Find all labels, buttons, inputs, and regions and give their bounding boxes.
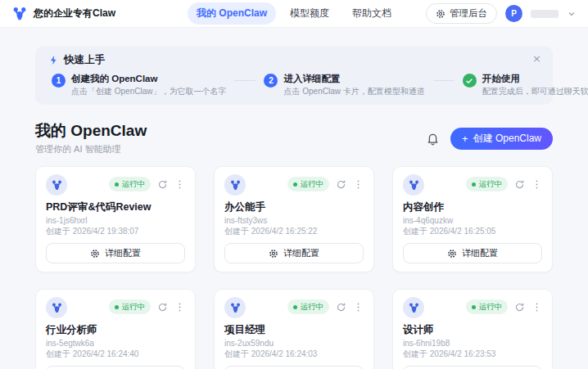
chevron-down-icon[interactable] [567, 9, 577, 19]
refresh-icon[interactable] [157, 179, 168, 190]
card-title: PRD评审&代码Review [46, 201, 185, 214]
avatar[interactable]: P [505, 5, 522, 22]
card-created-at: 创建于 2026/4/2 16:24:03 [224, 349, 364, 358]
lightning-icon [48, 55, 59, 65]
openclaw-card[interactable]: 运行中 行业分析师 ins-5egtwk6a 创建于 2026/4/2 16:2… [35, 289, 196, 369]
openclaw-card[interactable]: 运行中 内容创作 ins-4q6quzkw 创建于 2026/4/2 16:25… [392, 166, 553, 272]
gear-icon [447, 249, 457, 259]
more-menu-icon[interactable] [353, 302, 364, 313]
step-3-title: 开始使用 [482, 73, 588, 84]
card-title: 内容创作 [403, 201, 542, 214]
nav-item-model-quota[interactable]: 模型额度 [281, 2, 338, 25]
brand-name: 您的企业专有Claw [34, 7, 115, 20]
nav-item-my-openclaw[interactable]: 我的 OpenClaw [188, 2, 276, 25]
step-3-check-icon [463, 74, 477, 88]
status-dot [115, 182, 119, 187]
quick-start-title: 快速上手 [64, 53, 105, 67]
status-badge: 运行中 [466, 299, 509, 314]
claw-avatar-icon [403, 297, 424, 318]
page-subtitle: 管理你的 AI 智能助理 [35, 143, 147, 155]
card-instance-id: ins-2ux59ndu [224, 339, 364, 348]
step-3-desc: 配置完成后，即可通过聊天软件与AI对话 [482, 87, 588, 97]
detail-config-button[interactable]: 详细配置 [46, 366, 185, 369]
claw-avatar-icon [224, 297, 246, 318]
create-openclaw-button[interactable]: + 创建 OpenClaw [450, 128, 553, 150]
step-1: 1 创建我的 OpenClaw 点击「创建 OpenClaw」，为它取一个名字 [52, 73, 226, 97]
more-menu-icon[interactable] [174, 302, 185, 313]
card-instance-id: ins-4q6quzkw [403, 216, 542, 225]
openclaw-card[interactable]: 运行中 设计师 ins-6hni19b8 创建于 2026/4/2 16:23:… [392, 289, 553, 369]
detail-config-button[interactable]: 详细配置 [46, 243, 185, 263]
card-created-at: 创建于 2026/4/2 16:24:40 [46, 349, 185, 358]
status-dot [115, 305, 119, 309]
gear-icon [269, 249, 278, 259]
status-dot [293, 182, 297, 187]
card-instance-id: ins-ftsty3ws [224, 216, 364, 225]
nav-item-help-docs[interactable]: 帮助文档 [343, 2, 400, 25]
section-header: 我的 OpenClaw 管理你的 AI 智能助理 + 创建 OpenClaw [35, 121, 553, 155]
status-badge: 运行中 [466, 177, 509, 191]
step-connector [234, 80, 256, 81]
card-instance-id: ins-6hni19b8 [403, 339, 542, 348]
main-nav: 我的 OpenClaw 模型额度 帮助文档 [188, 2, 400, 25]
step-1-number: 1 [52, 74, 66, 88]
step-2: 2 进入详细配置 点击 OpenClaw 卡片，配置模型和通道 [264, 73, 424, 97]
claw-avatar-icon [224, 174, 246, 196]
close-icon[interactable]: × [532, 53, 541, 64]
openclaw-grid: 运行中 PRD评审&代码Review ins-1js6hxrl 创建于 2026… [35, 166, 553, 369]
step-2-desc: 点击 OpenClaw 卡片，配置模型和通道 [283, 87, 424, 97]
more-menu-icon[interactable] [531, 179, 542, 190]
refresh-icon[interactable] [336, 302, 346, 313]
step-2-title: 进入详细配置 [283, 73, 424, 84]
status-dot [293, 305, 297, 309]
detail-config-button[interactable]: 详细配置 [224, 366, 364, 369]
more-menu-icon[interactable] [353, 179, 364, 190]
openclaw-card[interactable]: 运行中 项目经理 ins-2ux59ndu 创建于 2026/4/2 16:24… [214, 289, 374, 369]
card-title: 项目经理 [224, 324, 364, 336]
more-menu-icon[interactable] [174, 179, 185, 190]
status-dot [472, 182, 476, 187]
step-1-desc: 点击「创建 OpenClaw」，为它取一个名字 [71, 87, 226, 97]
detail-config-button[interactable]: 详细配置 [403, 366, 542, 369]
card-instance-id: ins-1js6hxrl [46, 216, 185, 225]
create-openclaw-label: 创建 OpenClaw [473, 132, 541, 146]
more-menu-icon[interactable] [531, 302, 542, 313]
refresh-icon[interactable] [157, 302, 168, 313]
card-created-at: 创建于 2026/4/2 16:23:53 [403, 349, 542, 358]
claw-avatar-icon [46, 297, 67, 318]
gear-icon [436, 9, 446, 19]
admin-console-label: 管理后台 [450, 7, 487, 20]
card-instance-id: ins-5egtwk6a [46, 339, 185, 348]
status-badge: 运行中 [109, 177, 152, 191]
brand[interactable]: 您的企业专有Claw [11, 6, 115, 22]
header-right: 管理后台 P [426, 3, 577, 24]
page-title: 我的 OpenClaw [35, 121, 147, 140]
claw-logo-icon [11, 6, 28, 22]
refresh-icon[interactable] [514, 302, 525, 313]
status-badge: 运行中 [287, 299, 330, 314]
plus-icon: + [462, 133, 468, 144]
refresh-icon[interactable] [336, 179, 346, 190]
user-name-redacted [531, 10, 559, 18]
step-2-number: 2 [264, 74, 278, 88]
card-title: 设计师 [403, 324, 542, 336]
bell-icon[interactable] [426, 132, 440, 146]
card-created-at: 创建于 2026/4/2 19:38:07 [46, 227, 185, 236]
refresh-icon[interactable] [514, 179, 525, 190]
detail-config-button[interactable]: 详细配置 [403, 243, 542, 263]
main-content: 快速上手 × 1 创建我的 OpenClaw 点击「创建 OpenClaw」，为… [35, 46, 553, 369]
openclaw-card[interactable]: 运行中 办公能手 ins-ftsty3ws 创建于 2026/4/2 16:25… [214, 166, 374, 272]
top-header: 您的企业专有Claw 我的 OpenClaw 模型额度 帮助文档 管理后台 P [0, 0, 588, 28]
detail-config-button[interactable]: 详细配置 [224, 243, 364, 263]
openclaw-card[interactable]: 运行中 PRD评审&代码Review ins-1js6hxrl 创建于 2026… [35, 166, 196, 272]
card-title: 行业分析师 [46, 324, 185, 336]
card-created-at: 创建于 2026/4/2 16:25:05 [403, 227, 542, 236]
step-3: 开始使用 配置完成后，即可通过聊天软件与AI对话 [463, 73, 588, 97]
quick-start-steps: 1 创建我的 OpenClaw 点击「创建 OpenClaw」，为它取一个名字 … [48, 73, 540, 97]
quick-start-banner: 快速上手 × 1 创建我的 OpenClaw 点击「创建 OpenClaw」，为… [35, 46, 553, 105]
claw-avatar-icon [46, 174, 67, 196]
status-dot [472, 305, 476, 309]
admin-console-button[interactable]: 管理后台 [426, 3, 497, 24]
card-title: 办公能手 [224, 201, 364, 214]
status-badge: 运行中 [287, 177, 330, 191]
